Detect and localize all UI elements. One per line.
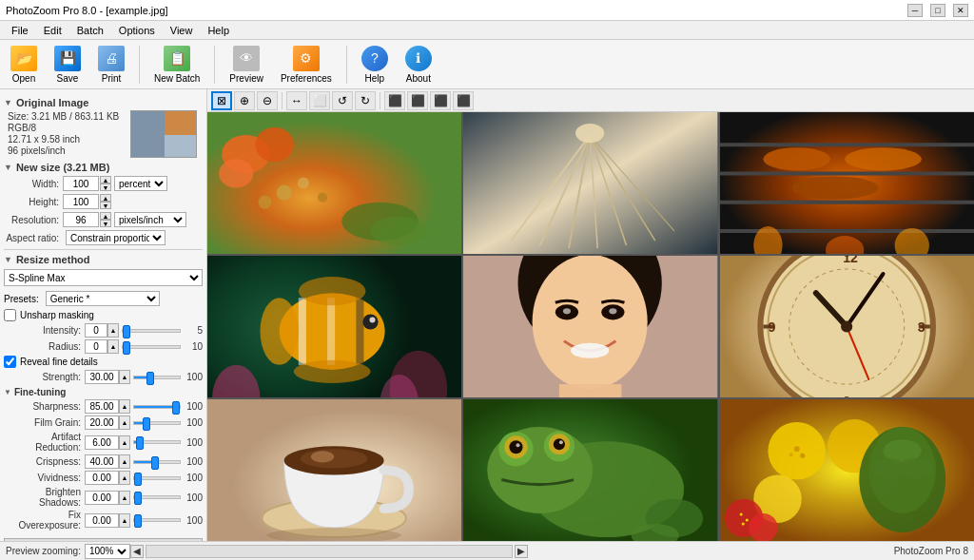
fixover-row: Fix Overexposure: ▲ 100 — [4, 510, 203, 531]
svg-rect-2 — [165, 135, 197, 158]
view-mode-2-button[interactable]: ⬛ — [407, 91, 428, 110]
newbatch-button[interactable]: 📋 New Batch — [147, 43, 206, 87]
menu-options[interactable]: Options — [111, 23, 163, 38]
about-button[interactable]: ℹ About — [399, 43, 438, 87]
rotate-cw-button[interactable]: ↻ — [355, 91, 376, 110]
window-controls: ─ □ ✕ — [907, 4, 968, 17]
aspect-select[interactable]: Constrain proportions — [66, 230, 166, 245]
coffee-image — [207, 399, 461, 541]
scroll-right-button[interactable]: ▶ — [515, 545, 528, 558]
artifact-input[interactable] — [85, 435, 119, 450]
menu-help[interactable]: Help — [200, 23, 237, 38]
view-mode-4-button[interactable]: ⬛ — [453, 91, 474, 110]
rotate-ccw-button[interactable]: ↺ — [332, 91, 353, 110]
fixover-up[interactable]: ▲ — [119, 513, 130, 528]
brighten-slider[interactable] — [133, 495, 181, 499]
height-up[interactable]: ▲ — [100, 194, 111, 202]
vividness-label: Vividness: — [4, 473, 85, 483]
fixover-slider[interactable] — [133, 518, 181, 522]
brighten-input[interactable] — [85, 491, 119, 505]
maximize-button[interactable]: □ — [930, 4, 945, 17]
filmgrain-slider[interactable] — [133, 421, 181, 425]
crispness-label: Crispness: — [4, 456, 85, 467]
brighten-label: Brighten Shadows: — [4, 487, 85, 508]
preview-scrollbar[interactable] — [146, 545, 513, 558]
help-button[interactable]: ? Help — [355, 43, 395, 87]
minimize-button[interactable]: ─ — [907, 4, 923, 17]
res-down[interactable]: ▼ — [100, 220, 111, 227]
height-down[interactable]: ▼ — [100, 202, 111, 209]
resize-profiles-button[interactable]: Resize Profiles... — [4, 538, 203, 541]
intensity-slider[interactable] — [122, 329, 181, 333]
zoom-in-button[interactable]: ⊕ — [234, 91, 255, 110]
height-input[interactable] — [63, 194, 99, 209]
width-unit-select[interactable]: percentpixelsinches — [114, 176, 167, 191]
open-button[interactable]: 📂 Open — [4, 43, 44, 87]
vividness-up[interactable]: ▲ — [119, 471, 130, 485]
width-input[interactable] — [63, 176, 99, 191]
artifact-slider[interactable] — [133, 440, 181, 444]
fixover-input[interactable] — [85, 513, 119, 528]
reveal-fine-checkbox[interactable] — [4, 356, 16, 368]
intensity-up[interactable]: ▲ — [107, 323, 119, 338]
left-panel: Original Image Size: 3.21 MB / 863.11 KB… — [0, 89, 207, 541]
close-button[interactable]: ✕ — [953, 4, 968, 17]
preview-sep-2 — [380, 92, 380, 109]
actual-size-button[interactable]: ⬜ — [309, 91, 330, 110]
width-down[interactable]: ▼ — [100, 183, 111, 191]
menu-file[interactable]: File — [4, 23, 36, 38]
zoom-out-button[interactable]: ⊖ — [257, 91, 278, 110]
newbatch-label: New Batch — [154, 73, 200, 84]
svg-point-75 — [301, 449, 368, 468]
strength-slider[interactable] — [133, 376, 181, 379]
artifact-row: Artifact Reduction: ▲ 100 — [4, 432, 203, 453]
scroll-left-button[interactable]: ◀ — [130, 545, 144, 558]
save-button[interactable]: 💾 Save — [48, 43, 88, 87]
sharpness-input[interactable] — [85, 399, 119, 414]
vividness-slider[interactable] — [133, 476, 181, 480]
crispness-up[interactable]: ▲ — [119, 454, 130, 469]
presets-select[interactable]: Generic * — [46, 291, 160, 306]
titlebar-text: PhotoZoom Pro 8.0 - [example.jpg] — [6, 5, 168, 16]
resize-method-select[interactable]: S-Spline Max — [4, 269, 203, 286]
resolution-input[interactable] — [63, 212, 99, 227]
radius-up[interactable]: ▲ — [107, 339, 119, 354]
width-up[interactable]: ▲ — [100, 176, 111, 183]
unsharp-checkbox[interactable] — [4, 309, 16, 321]
sharpness-up[interactable]: ▲ — [119, 399, 130, 414]
svg-point-29 — [845, 147, 922, 170]
strength-row: Strength: ▲ 100 — [4, 370, 203, 384]
strength-input[interactable] — [85, 370, 119, 384]
menubar: File Edit Batch Options View Help — [0, 21, 974, 40]
resolution-unit-select[interactable]: pixels/inchpixels/cm — [114, 212, 186, 227]
grid-cell-seashell — [463, 112, 717, 254]
pan-button[interactable]: ↔ — [286, 91, 307, 110]
intensity-input[interactable] — [85, 323, 107, 338]
prefs-label: Preferences — [281, 73, 332, 84]
print-button[interactable]: 🖨 Print — [91, 43, 131, 87]
svg-point-10 — [255, 127, 293, 162]
filmgrain-up[interactable]: ▲ — [119, 415, 130, 430]
menu-view[interactable]: View — [163, 23, 201, 38]
preview-button[interactable]: 👁 Preview — [223, 43, 270, 87]
menu-batch[interactable]: Batch — [69, 23, 111, 38]
svg-point-6 — [298, 177, 309, 188]
view-mode-1-button[interactable]: ⬛ — [384, 91, 405, 110]
brighten-up[interactable]: ▲ — [119, 491, 130, 505]
crispness-slider[interactable] — [133, 460, 181, 464]
res-up[interactable]: ▲ — [100, 212, 111, 220]
radius-slider[interactable] — [122, 345, 181, 349]
menu-edit[interactable]: Edit — [36, 23, 69, 38]
strength-up[interactable]: ▲ — [119, 370, 130, 384]
radius-input[interactable] — [85, 339, 107, 354]
artifact-up[interactable]: ▲ — [119, 435, 130, 450]
zoom-fit-button[interactable]: ⊠ — [211, 91, 232, 110]
view-mode-3-button[interactable]: ⬛ — [430, 91, 451, 110]
sharpness-slider[interactable] — [133, 405, 181, 409]
filmgrain-input[interactable] — [85, 415, 119, 430]
preferences-button[interactable]: ⚙ Preferences — [274, 43, 339, 87]
help-label: Help — [365, 73, 385, 84]
crispness-input[interactable] — [85, 454, 119, 469]
preview-zoom-select[interactable]: 100%50%200% — [85, 544, 130, 559]
vividness-input[interactable] — [85, 471, 119, 485]
